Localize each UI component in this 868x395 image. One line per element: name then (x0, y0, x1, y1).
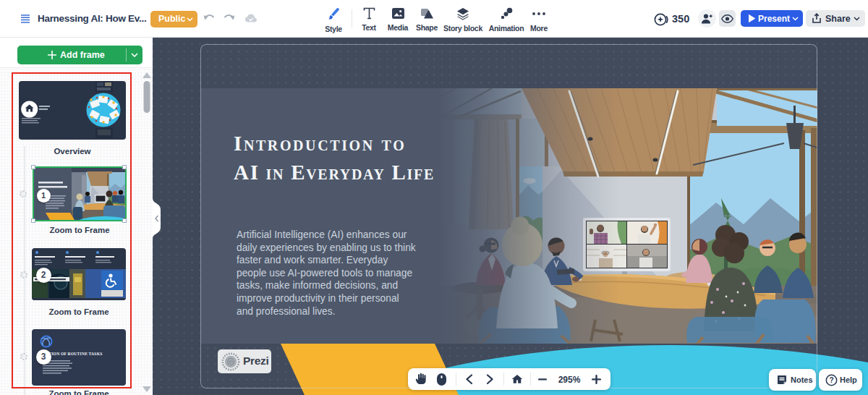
svg-text:295%: 295% (558, 375, 581, 385)
svg-text:?: ? (829, 376, 833, 384)
